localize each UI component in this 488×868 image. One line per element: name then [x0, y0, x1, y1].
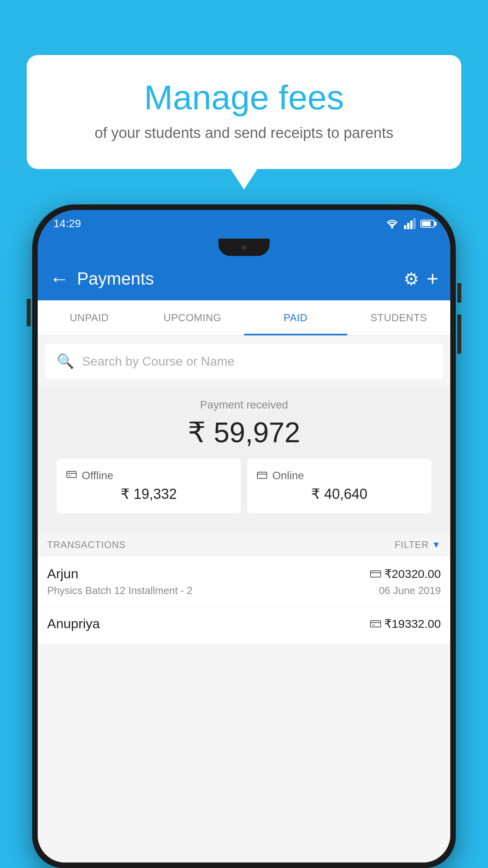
tabs: UNPAID UPCOMING PAID STUDENTS — [38, 300, 450, 336]
payment-cards: Offline ₹ 19,332 Online — [50, 458, 438, 513]
back-button[interactable]: ← — [50, 267, 69, 290]
txn-top-2: Anupriya ₹19332.00 — [47, 616, 441, 631]
bubble-subtitle: of your students and send receipts to pa… — [46, 125, 442, 142]
online-amount: ₹ 40,640 — [257, 486, 422, 502]
txn-bottom-1: Physics Batch 12 Installment - 2 06 June… — [47, 585, 441, 597]
offline-amount: ₹ 19,332 — [66, 486, 231, 502]
txn-card-icon-1 — [370, 570, 381, 578]
transactions-header: TRANSACTIONS FILTER ▼ — [38, 533, 450, 557]
tab-paid[interactable]: PAID — [244, 300, 347, 335]
svg-rect-8 — [257, 472, 267, 478]
online-card: Online ₹ 40,640 — [247, 458, 431, 513]
side-button-right-top — [457, 283, 461, 303]
online-card-header: Online — [257, 469, 422, 482]
txn-date-1: 06 June 2019 — [379, 585, 441, 597]
payment-summary: Payment received ₹ 59,972 — [38, 387, 450, 533]
txn-cash-icon-2 — [370, 620, 381, 628]
online-icon — [257, 469, 268, 482]
phone-frame: 14:29 — [32, 204, 456, 868]
svg-point-0 — [391, 227, 393, 229]
content-area: 🔍 Search by Course or Name Payment recei… — [38, 336, 450, 862]
payment-amount: ₹ 59,972 — [50, 416, 438, 449]
status-icons — [385, 218, 435, 229]
transaction-row[interactable]: Arjun ₹20320.00 Physics Batch 12 Install… — [38, 557, 450, 607]
txn-top-1: Arjun ₹20320.00 — [47, 566, 441, 581]
offline-label: Offline — [82, 469, 113, 482]
bubble-title: Manage fees — [46, 79, 442, 117]
txn-name-1: Arjun — [47, 566, 78, 581]
svg-rect-10 — [371, 571, 381, 577]
signal-icon — [404, 218, 416, 229]
settings-button[interactable]: ⚙ — [404, 269, 419, 289]
tab-unpaid[interactable]: UNPAID — [38, 300, 141, 335]
svg-rect-12 — [371, 621, 381, 627]
app-bar: ← Payments ⚙ + — [38, 257, 450, 300]
txn-desc-1: Physics Batch 12 Installment - 2 — [47, 585, 193, 597]
svg-rect-5 — [67, 471, 76, 478]
status-time: 14:29 — [53, 217, 81, 230]
search-bar[interactable]: 🔍 Search by Course or Name — [45, 344, 443, 379]
svg-rect-1 — [404, 225, 406, 229]
transaction-row-2[interactable]: Anupriya ₹19332.00 — [38, 607, 450, 644]
status-bar: 14:29 — [38, 210, 450, 237]
wifi-icon — [385, 218, 399, 229]
search-input[interactable]: Search by Course or Name — [82, 354, 235, 369]
filter-button[interactable]: FILTER ▼ — [394, 539, 441, 550]
tab-students[interactable]: STUDENTS — [347, 300, 451, 335]
phone-screen: 14:29 — [38, 210, 450, 862]
txn-amount-2: ₹19332.00 — [370, 617, 441, 631]
add-button[interactable]: + — [427, 267, 438, 291]
txn-name-2: Anupriya — [47, 616, 100, 631]
battery-icon — [420, 220, 435, 228]
notch — [218, 239, 270, 256]
svg-rect-4 — [413, 218, 416, 229]
filter-icon: ▼ — [432, 540, 441, 550]
txn-amount-1: ₹20320.00 — [370, 567, 441, 581]
svg-rect-3 — [410, 221, 413, 229]
offline-card: Offline ₹ 19,332 — [57, 458, 241, 513]
offline-card-header: Offline — [66, 469, 231, 482]
offline-icon — [66, 469, 77, 482]
payment-label: Payment received — [50, 399, 438, 411]
online-label: Online — [272, 469, 304, 482]
app-title: Payments — [77, 269, 404, 289]
side-button-left — [27, 299, 31, 326]
notch-area — [38, 237, 450, 257]
tab-upcoming[interactable]: UPCOMING — [141, 300, 244, 335]
search-icon: 🔍 — [57, 353, 74, 370]
camera-dot — [241, 244, 247, 250]
speech-bubble: Manage fees of your students and send re… — [27, 55, 461, 169]
transactions-label: TRANSACTIONS — [47, 539, 126, 550]
side-button-right-bottom — [457, 314, 461, 354]
svg-rect-2 — [407, 223, 409, 229]
